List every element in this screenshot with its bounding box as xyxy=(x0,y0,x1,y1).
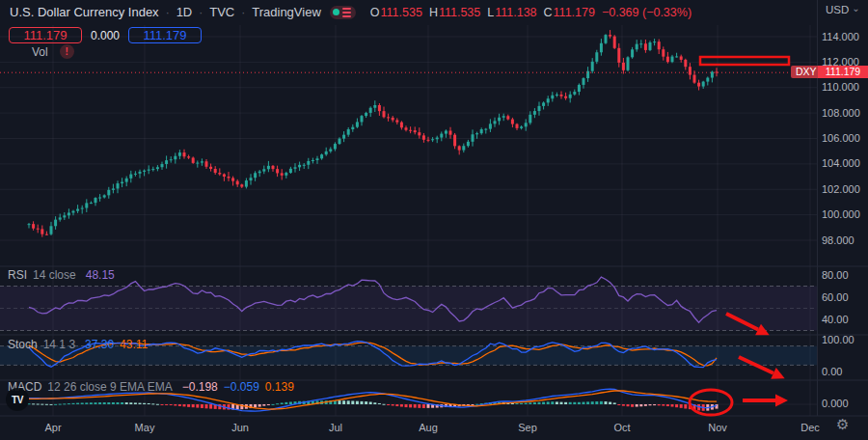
hist-bar xyxy=(405,404,408,407)
price-axis[interactable]: 114.000112.000110.000108.000106.000104.0… xyxy=(822,31,860,410)
hist-bar xyxy=(538,402,541,404)
candle-body xyxy=(556,95,558,96)
axis-currency-selector[interactable]: USD ⌄ xyxy=(826,4,860,15)
candle-body xyxy=(600,43,603,52)
candle-body xyxy=(489,124,492,128)
symbol-title[interactable]: U.S. Dollar Currency Index xyxy=(10,5,159,19)
candle-body xyxy=(228,177,231,178)
separator-dot: · xyxy=(241,6,245,19)
interval-label[interactable]: 1D xyxy=(176,5,193,19)
annotation-arrow-head[interactable] xyxy=(775,395,788,407)
candle-body xyxy=(653,41,656,42)
candle-body xyxy=(192,157,195,162)
visibility-toggle[interactable] xyxy=(330,6,356,19)
candle-body xyxy=(392,118,394,121)
hist-bar xyxy=(178,404,181,406)
stoch-k-value: 37.30 xyxy=(85,338,114,351)
candle-body xyxy=(174,156,176,160)
hist-bar xyxy=(627,404,630,406)
hist-bar xyxy=(112,402,115,404)
rsi-indicator-row[interactable]: RSI 14 close 48.15 xyxy=(8,268,115,282)
candle-body xyxy=(462,146,465,150)
hist-bar xyxy=(631,404,634,407)
exchange-label[interactable]: TVC xyxy=(209,5,234,19)
candle-body xyxy=(458,146,461,150)
stoch-name: Stoch xyxy=(8,338,38,351)
candle-body xyxy=(631,49,634,57)
candle-body xyxy=(711,71,714,77)
candle-body xyxy=(148,170,150,171)
ohlc-open: O111.535 xyxy=(370,6,422,19)
candle-body xyxy=(551,96,554,98)
hist-bar xyxy=(81,402,84,404)
candle-body xyxy=(32,224,35,229)
axis-tick-label: 80.00 xyxy=(822,269,849,281)
provider-label[interactable]: TradingView xyxy=(252,5,321,19)
candle-body xyxy=(196,163,199,164)
candle-body xyxy=(72,211,75,213)
candle-body xyxy=(276,169,279,173)
hist-bar xyxy=(192,404,195,407)
annotation-rectangle[interactable] xyxy=(700,57,789,65)
candle-body xyxy=(573,92,576,95)
candle-body xyxy=(187,156,190,157)
macd-hist-value: −0.198 xyxy=(182,380,218,394)
candle-body xyxy=(453,135,456,147)
last-price-tag: 111.179 xyxy=(818,66,868,78)
axis-tick-label: 110.000 xyxy=(822,81,859,93)
hist-bar xyxy=(68,403,70,404)
buy-price-box[interactable]: 111.179 xyxy=(128,27,202,43)
candle-body xyxy=(480,129,483,133)
hist-bar xyxy=(639,404,642,406)
hist-bar xyxy=(617,404,620,405)
candle-body xyxy=(205,161,208,167)
chart-legend-row[interactable]: U.S. Dollar Currency Index · 1D · TVC · … xyxy=(10,5,692,19)
candle-body xyxy=(636,44,638,50)
time-axis[interactable]: AprMayJunJulAugSepOctNovDec xyxy=(44,422,820,433)
sell-price-box[interactable]: 111.179 xyxy=(9,27,82,43)
hist-bar xyxy=(605,401,608,404)
time-tick-label: Jul xyxy=(329,422,342,433)
volume-indicator-row[interactable]: Vol ! xyxy=(32,44,74,59)
stoch-d-value: 43.11 xyxy=(120,338,148,351)
hist-bar xyxy=(644,404,647,406)
axis-tick-label: 60.00 xyxy=(822,291,849,303)
macd-params: 12 26 close 9 EMA EMA xyxy=(47,380,172,394)
candle-body xyxy=(214,169,217,173)
candle-body xyxy=(245,180,248,187)
candle-body xyxy=(59,217,62,219)
candle-body xyxy=(689,67,692,74)
annotation-ellipse[interactable] xyxy=(690,390,732,415)
menu-lines-icon xyxy=(342,8,351,17)
candle-body xyxy=(564,96,567,98)
candle-body xyxy=(578,85,581,92)
tradingview-logo[interactable]: TV xyxy=(6,388,29,411)
stoch-indicator-row[interactable]: Stoch 14 1 3 37.30 43.11 xyxy=(8,338,148,351)
hist-bar xyxy=(583,402,585,404)
candle-body xyxy=(617,48,620,63)
time-tick-label: Oct xyxy=(613,422,630,433)
axis-tick-label: 102.000 xyxy=(822,183,860,195)
macd-indicator-row[interactable]: MACD 12 26 close 9 EMA EMA −0.198 −0.059… xyxy=(8,380,294,394)
candle-body xyxy=(218,173,221,174)
candle-body xyxy=(85,203,88,207)
candle-body xyxy=(511,120,514,124)
candle-body xyxy=(440,134,443,138)
error-badge-icon[interactable]: ! xyxy=(60,44,74,59)
hist-bar xyxy=(373,402,376,404)
spread-value: 0.000 xyxy=(91,29,120,42)
rsi-value: 48.15 xyxy=(86,268,115,282)
candle-body xyxy=(538,106,541,111)
candle-body xyxy=(347,129,350,135)
axis-tick-label: 98.000 xyxy=(822,234,854,246)
hist-bar xyxy=(125,402,128,404)
gear-icon[interactable]: ⚙ xyxy=(836,417,849,431)
hist-bar xyxy=(201,404,203,408)
candle-body xyxy=(289,169,292,173)
candle-body xyxy=(666,57,669,63)
hist-bar xyxy=(684,404,687,408)
hist-bar xyxy=(662,404,665,406)
chart-canvas[interactable]: 114.000112.000110.000108.000106.000104.0… xyxy=(0,0,868,440)
hist-bar xyxy=(95,402,97,404)
hist-bar xyxy=(209,404,212,409)
